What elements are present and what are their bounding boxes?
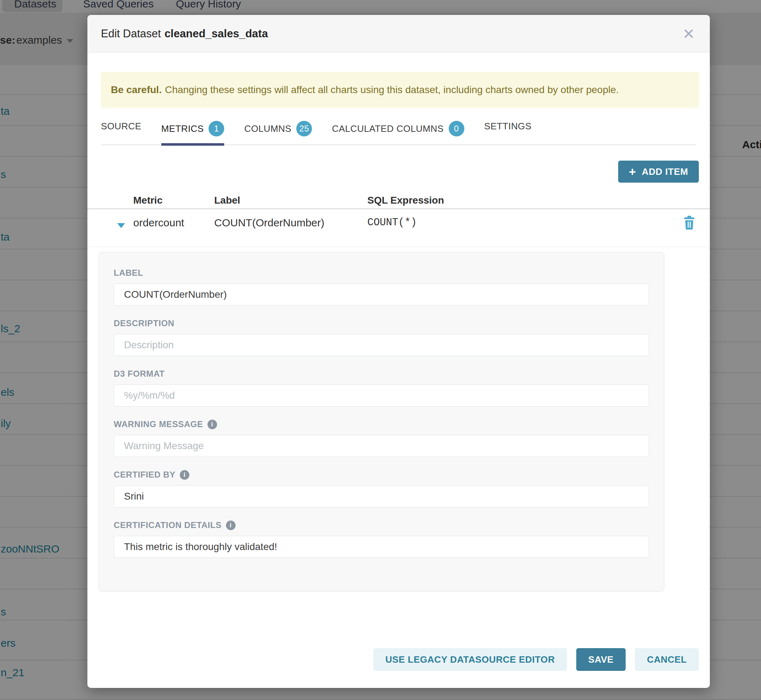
metric-sql-expression: COUNT(*) — [367, 217, 417, 228]
column-header-label: Label — [214, 195, 240, 206]
warning-banner-bold: Be careful. — [111, 84, 162, 95]
tab-settings-label: SETTINGS — [484, 121, 531, 132]
tab-settings[interactable]: SETTINGS — [484, 121, 531, 140]
metric-edit-panel: LABEL DESCRIPTION D3 FORMAT WARNING MESS… — [98, 252, 664, 592]
certified-by-field-label: CERTIFIED BY i — [114, 470, 649, 480]
tab-source-label: SOURCE — [101, 121, 141, 132]
column-header-sql-expression: SQL Expression — [367, 195, 444, 206]
caret-down-icon[interactable] — [117, 223, 125, 228]
modal-title: Edit Datasetcleaned_sales_data — [101, 27, 268, 40]
tab-columns[interactable]: COLUMNS 25 — [244, 121, 312, 144]
cancel-button[interactable]: CANCEL — [635, 648, 699, 671]
modal-tabs: SOURCE METRICS 1 COLUMNS 25 CALCULATED C… — [101, 121, 696, 145]
certified-by-input[interactable] — [114, 485, 649, 508]
dataset-name: cleaned_sales_data — [164, 27, 268, 40]
metric-label: COUNT(OrderNumber) — [214, 217, 324, 229]
trash-icon[interactable] — [683, 215, 695, 231]
field-warning-message: WARNING MESSAGE i — [114, 419, 649, 457]
tab-calculated-columns-label: CALCULATED COLUMNS — [332, 123, 444, 134]
warning-message-input[interactable] — [114, 435, 649, 457]
field-d3-format: D3 FORMAT — [114, 369, 649, 406]
metrics-count-badge: 1 — [209, 121, 224, 136]
info-icon: i — [180, 470, 189, 480]
add-item-label: ADD ITEM — [642, 166, 688, 177]
screen: Datasets Saved Queries Query History se:… — [0, 0, 761, 700]
tab-calculated-columns[interactable]: CALCULATED COLUMNS 0 — [332, 121, 464, 144]
save-button[interactable]: SAVE — [576, 648, 626, 671]
table-row: ordercount COUNT(OrderNumber) COUNT(*) — [88, 214, 710, 245]
warning-banner: Be careful. Changing these settings will… — [101, 72, 699, 108]
label-input[interactable] — [114, 284, 649, 306]
description-input[interactable] — [114, 334, 649, 356]
calculated-columns-count-badge: 0 — [449, 121, 464, 136]
warning-banner-text: Changing these settings will affect all … — [165, 84, 619, 95]
modal-title-prefix: Edit Dataset — [101, 27, 161, 40]
field-label: LABEL — [114, 268, 649, 306]
tab-metrics-label: METRICS — [161, 123, 204, 134]
d3-format-field-label: D3 FORMAT — [114, 369, 649, 379]
tab-columns-label: COLUMNS — [244, 123, 291, 134]
plus-icon: + — [629, 166, 636, 178]
table-row-divider — [88, 247, 710, 247]
certification-details-input[interactable] — [114, 536, 649, 558]
use-legacy-datasource-editor-button[interactable]: USE LEGACY DATASOURCE EDITOR — [373, 648, 567, 671]
field-certification-details: CERTIFICATION DETAILS i — [114, 520, 649, 558]
modal-footer: USE LEGACY DATASOURCE EDITOR SAVE CANCEL — [373, 648, 699, 671]
metric-name: ordercount — [133, 217, 184, 229]
certification-details-field-label: CERTIFICATION DETAILS i — [114, 520, 649, 530]
table-header-divider — [88, 208, 710, 209]
modal-header: Edit Datasetcleaned_sales_data ✕ — [88, 15, 710, 53]
info-icon: i — [226, 520, 236, 530]
label-field-label: LABEL — [114, 268, 649, 278]
close-icon[interactable]: ✕ — [680, 15, 698, 53]
warning-message-field-label: WARNING MESSAGE i — [114, 419, 649, 429]
field-certified-by: CERTIFIED BY i — [114, 470, 649, 508]
field-description: DESCRIPTION — [114, 319, 649, 356]
tab-source[interactable]: SOURCE — [101, 121, 141, 140]
column-header-metric: Metric — [133, 195, 163, 206]
info-icon: i — [208, 420, 217, 429]
add-item-button[interactable]: + ADD ITEM — [618, 161, 699, 183]
edit-dataset-modal: Edit Datasetcleaned_sales_data ✕ Be care… — [88, 15, 710, 688]
tab-metrics[interactable]: METRICS 1 — [161, 121, 225, 144]
description-field-label: DESCRIPTION — [114, 319, 649, 328]
columns-count-badge: 25 — [296, 121, 312, 136]
d3-format-input[interactable] — [114, 384, 649, 406]
